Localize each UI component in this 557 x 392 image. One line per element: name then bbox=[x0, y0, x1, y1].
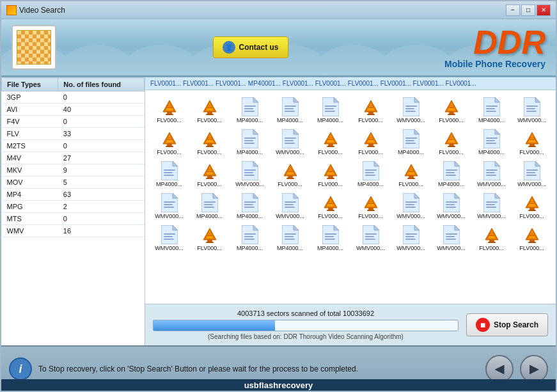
list-item[interactable]: FLV000... bbox=[513, 223, 551, 253]
table-row[interactable]: M2TS0 bbox=[2, 140, 145, 152]
svg-rect-140 bbox=[365, 169, 377, 171]
table-row[interactable]: MP463 bbox=[2, 189, 145, 201]
list-item[interactable]: FLV000... bbox=[191, 127, 228, 157]
list-item[interactable]: FLV000... bbox=[311, 127, 349, 157]
svg-rect-56 bbox=[166, 146, 173, 147]
list-item[interactable]: FLV000... bbox=[311, 159, 349, 189]
list-item[interactable]: WMV000... bbox=[432, 223, 470, 253]
svg-rect-39 bbox=[449, 112, 454, 114]
list-item[interactable]: MP4000... bbox=[231, 127, 269, 157]
stop-search-button[interactable]: ⏹ Stop Search bbox=[466, 313, 548, 336]
svg-rect-113 bbox=[164, 172, 173, 173]
list-item[interactable]: WMV000... bbox=[392, 191, 430, 221]
file-icon bbox=[240, 161, 260, 181]
list-item[interactable]: MP4000... bbox=[392, 127, 430, 157]
list-item[interactable]: FLV000... bbox=[513, 127, 551, 157]
file-label: FLV000... bbox=[192, 149, 227, 155]
list-item[interactable]: FLV000... bbox=[392, 159, 430, 189]
table-row[interactable]: FLV33 bbox=[2, 128, 145, 140]
svg-rect-236 bbox=[285, 236, 294, 237]
list-item[interactable]: WMV000... bbox=[150, 191, 188, 221]
table-row[interactable]: 3GP0 bbox=[2, 91, 145, 104]
file-label: MP4000... bbox=[474, 149, 509, 155]
list-item[interactable]: WMV000... bbox=[271, 191, 309, 221]
svg-rect-223 bbox=[207, 240, 212, 242]
list-item[interactable]: MP4000... bbox=[311, 95, 349, 125]
list-item[interactable]: FLV000... bbox=[352, 191, 389, 221]
list-item[interactable]: FLV000... bbox=[191, 159, 228, 189]
list-item[interactable]: MP4000... bbox=[231, 191, 269, 221]
svg-marker-50 bbox=[535, 97, 540, 102]
file-type-count: 0 bbox=[58, 213, 145, 225]
svg-rect-51 bbox=[526, 106, 538, 107]
list-item[interactable]: FLV000... bbox=[352, 127, 389, 157]
list-item[interactable]: FLV000... bbox=[513, 191, 551, 221]
list-item[interactable]: MP4000... bbox=[432, 159, 470, 189]
minimize-button[interactable]: − bbox=[506, 4, 520, 16]
list-item[interactable]: MP4000... bbox=[231, 223, 269, 253]
svg-rect-162 bbox=[526, 172, 535, 173]
table-row[interactable]: WMV16 bbox=[2, 225, 145, 237]
table-row[interactable]: MPG2 bbox=[2, 201, 145, 213]
svg-rect-166 bbox=[164, 201, 175, 203]
contact-button[interactable]: 👤 Contact us bbox=[213, 36, 288, 58]
list-item[interactable]: WMV000... bbox=[513, 159, 551, 189]
list-item[interactable]: MP4000... bbox=[473, 95, 510, 125]
list-item[interactable]: FLV000... bbox=[311, 191, 349, 221]
file-label: WMV000... bbox=[272, 149, 308, 155]
vlc-icon bbox=[522, 224, 542, 245]
svg-rect-209 bbox=[486, 204, 495, 205]
svg-rect-20 bbox=[285, 108, 294, 109]
svg-rect-245 bbox=[365, 233, 377, 235]
file-type-name: 3GP bbox=[2, 91, 58, 104]
file-label: WMV000... bbox=[474, 181, 509, 187]
file-label: FLV000... bbox=[514, 149, 549, 155]
svg-rect-19 bbox=[285, 106, 296, 107]
file-label: WMV000... bbox=[434, 245, 469, 251]
file-icon bbox=[280, 224, 301, 245]
list-item[interactable]: MP4000... bbox=[150, 159, 188, 189]
list-item[interactable]: WMV000... bbox=[150, 223, 188, 253]
list-item[interactable]: FLV000... bbox=[150, 95, 188, 125]
list-item[interactable]: MP4000... bbox=[352, 159, 389, 189]
list-item[interactable]: FLV000... bbox=[191, 223, 228, 253]
svg-rect-219 bbox=[164, 233, 175, 235]
file-label: FLV000... bbox=[152, 117, 187, 123]
list-item[interactable]: MP4000... bbox=[271, 223, 309, 253]
list-item[interactable]: FLV000... bbox=[352, 95, 389, 125]
list-item[interactable]: WMV000... bbox=[392, 95, 430, 125]
list-item[interactable]: MP4000... bbox=[231, 95, 269, 125]
list-item[interactable]: FLV000... bbox=[432, 95, 470, 125]
list-item[interactable]: WMV000... bbox=[271, 127, 309, 157]
svg-marker-160 bbox=[535, 161, 540, 166]
list-item[interactable]: MP4000... bbox=[271, 95, 309, 125]
info-icon: i bbox=[9, 357, 32, 380]
list-item[interactable]: MP4000... bbox=[191, 191, 228, 221]
maximize-button[interactable]: □ bbox=[521, 4, 535, 16]
table-row[interactable]: MKV9 bbox=[2, 164, 145, 176]
list-item[interactable]: WMV000... bbox=[473, 159, 510, 189]
list-item[interactable]: WMV000... bbox=[513, 95, 551, 125]
table-row[interactable]: AVI40 bbox=[2, 104, 145, 116]
svg-rect-240 bbox=[325, 233, 336, 235]
file-label: FLV000... bbox=[434, 149, 469, 155]
list-item[interactable]: FLV000... bbox=[473, 223, 510, 253]
list-item[interactable]: WMV000... bbox=[392, 223, 430, 253]
table-row[interactable]: F4V0 bbox=[2, 116, 145, 128]
list-item[interactable]: WMV000... bbox=[352, 223, 389, 253]
file-grid-container[interactable]: FLV000... FLV000... MP4000... MP4000... … bbox=[145, 90, 556, 304]
list-item[interactable]: FLV000... bbox=[191, 95, 228, 125]
list-item[interactable]: WMV000... bbox=[231, 159, 269, 189]
list-item[interactable]: FLV000... bbox=[271, 159, 309, 189]
list-item[interactable]: FLV000... bbox=[150, 127, 188, 157]
list-item[interactable]: WMV000... bbox=[473, 191, 510, 221]
list-item[interactable]: MP4000... bbox=[473, 127, 510, 157]
svg-rect-163 bbox=[526, 175, 537, 176]
close-button[interactable]: ✕ bbox=[537, 4, 551, 16]
table-row[interactable]: MOV5 bbox=[2, 176, 145, 189]
list-item[interactable]: FLV000... bbox=[432, 127, 470, 157]
table-row[interactable]: M4V27 bbox=[2, 152, 145, 164]
list-item[interactable]: MP4000... bbox=[311, 223, 349, 253]
list-item[interactable]: WMV000... bbox=[432, 191, 470, 221]
table-row[interactable]: MTS0 bbox=[2, 213, 145, 225]
